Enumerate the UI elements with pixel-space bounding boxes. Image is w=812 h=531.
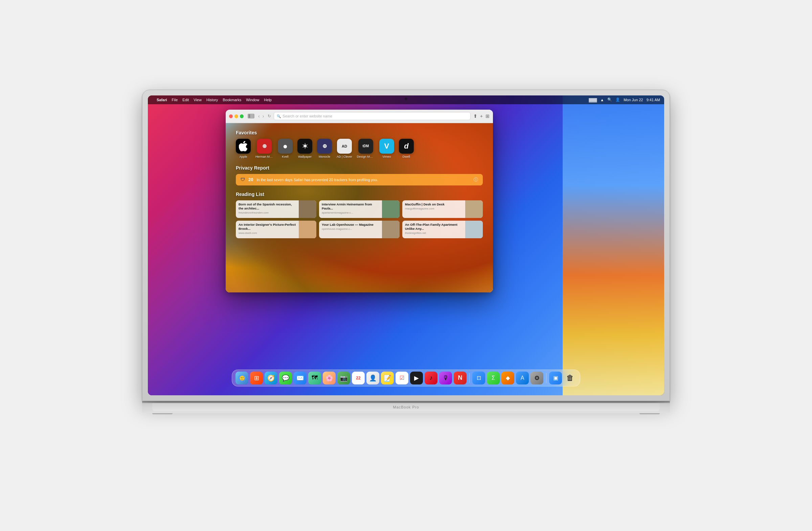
reading-card-url-4: openhouse-magazine.c... bbox=[322, 227, 379, 230]
clock: 9:41 AM bbox=[647, 98, 660, 102]
favorite-herman-miller[interactable]: ⊛ Herman Miller bbox=[256, 139, 273, 158]
reading-title: Reading List bbox=[236, 191, 483, 197]
reading-card-thumb-2 bbox=[465, 200, 483, 218]
dock-app-keynote[interactable]: ◆ bbox=[502, 372, 514, 385]
svg-rect-2 bbox=[250, 116, 253, 116]
start-page: Favorites Apple ⊛ bbox=[226, 123, 493, 292]
svg-rect-3 bbox=[250, 117, 253, 118]
menu-bookmarks[interactable]: Bookmarks bbox=[223, 98, 241, 102]
dock-app-trash[interactable]: 🗑 bbox=[564, 372, 577, 385]
dock-app-finder[interactable]: 🙂 bbox=[235, 372, 248, 385]
reading-card-thumb-3 bbox=[299, 221, 316, 238]
favorite-label-monocle: Monocle bbox=[319, 155, 330, 158]
reading-grid: Born out of the Spanish recession, the a… bbox=[236, 200, 483, 238]
reading-card-text-3: An Interior Designer's Picture-Perfect B… bbox=[236, 221, 299, 238]
dock-app-reminders[interactable]: ☑ bbox=[395, 372, 408, 385]
refresh-button[interactable]: ↻ bbox=[267, 114, 271, 118]
favorite-icon-monocle: ⊕ bbox=[317, 139, 332, 154]
favorite-vimeo[interactable]: V Vimeo bbox=[379, 139, 394, 158]
reading-card-title-3: An Interior Designer's Picture-Perfect B… bbox=[238, 223, 296, 231]
privacy-bar[interactable]: 🛡 20 In the last seven days Safari has p… bbox=[236, 174, 483, 185]
favorites-title: Favorites bbox=[236, 130, 483, 135]
favorite-label-herman-miller: Herman Miller bbox=[256, 155, 273, 158]
reading-card-4[interactable]: Your Lab Openhouse — Magazine openhouse-… bbox=[319, 221, 400, 238]
dock-app-tv[interactable]: ▶ bbox=[410, 372, 423, 385]
new-tab-button[interactable]: + bbox=[480, 113, 483, 119]
battery-icon: ▓▓▓ bbox=[589, 98, 597, 102]
screen-content: Safari File Edit View History Bookmarks … bbox=[148, 96, 664, 395]
dock-app-mail[interactable]: ✉️ bbox=[294, 372, 306, 385]
favorite-wallpaper[interactable]: ✶ Wallpaper bbox=[298, 139, 312, 158]
minimize-button[interactable] bbox=[234, 114, 238, 118]
favorite-monocle[interactable]: ⊕ Monocle bbox=[317, 139, 332, 158]
dock-app-photos[interactable]: 🌸 bbox=[323, 372, 336, 385]
dock-app-maps[interactable]: 🗺 bbox=[308, 372, 321, 385]
menu-window[interactable]: Window bbox=[246, 98, 259, 102]
dock-app-finder-window[interactable]: ▣ bbox=[549, 372, 562, 385]
dock-app-system-preferences[interactable]: ⚙ bbox=[531, 372, 543, 385]
forward-button[interactable]: › bbox=[262, 113, 265, 119]
extensions-button[interactable]: ⊞ bbox=[485, 113, 490, 119]
menu-help[interactable]: Help bbox=[264, 98, 272, 102]
favorite-ad-clever[interactable]: AD AD | Clever bbox=[337, 139, 352, 158]
reading-card-title-1: Interview Armin Heinemann from Paula... bbox=[322, 202, 379, 211]
close-button[interactable] bbox=[229, 114, 233, 118]
address-text: Search or enter website name bbox=[282, 114, 467, 118]
reading-card-text-5: An Off-The-Plan Family Apartment Unlike … bbox=[402, 221, 465, 238]
date-time: Mon Jun 22 bbox=[624, 98, 643, 102]
app-name-menu[interactable]: Safari bbox=[157, 98, 167, 102]
reading-card-5[interactable]: An Off-The-Plan Family Apartment Unlike … bbox=[402, 221, 483, 238]
menu-bar-left: Safari File Edit View History Bookmarks … bbox=[152, 98, 272, 102]
reading-card-title-4: Your Lab Openhouse — Magazine bbox=[322, 223, 379, 227]
reading-card-0[interactable]: Born out of the Spanish recession, the a… bbox=[236, 200, 316, 218]
reading-card-title-2: MacGuffin | Desk on Desk bbox=[405, 202, 463, 206]
dock-app-calendar[interactable]: 22 bbox=[352, 372, 365, 385]
share-button[interactable]: ⬆ bbox=[473, 113, 477, 119]
reading-card-3[interactable]: An Interior Designer's Picture-Perfect B… bbox=[236, 221, 316, 238]
favorite-label-wallpaper: Wallpaper bbox=[298, 155, 311, 158]
favorites-grid: Apple ⊛ Herman Miller ● bbox=[236, 139, 483, 158]
reading-card-2[interactable]: MacGuffin | Desk on Desk macguffinmagazi… bbox=[402, 200, 483, 218]
safari-content: Favorites Apple ⊛ bbox=[226, 123, 493, 292]
back-button[interactable]: ‹ bbox=[257, 113, 261, 119]
dock-separator-2 bbox=[546, 373, 547, 383]
menu-history[interactable]: History bbox=[206, 98, 218, 102]
dock-app-appstore[interactable]: A bbox=[516, 372, 529, 385]
safari-window: ‹ › ↻ 🔍 Search or enter website name ⬆ +… bbox=[226, 110, 493, 292]
svg-rect-1 bbox=[250, 114, 253, 115]
reading-card-url-5: thedesignfiles.net bbox=[405, 231, 463, 234]
privacy-title: Privacy Report bbox=[236, 165, 483, 171]
dock-app-podcasts[interactable]: 🎙 bbox=[439, 372, 452, 385]
menu-file[interactable]: File bbox=[172, 98, 178, 102]
fullscreen-button[interactable] bbox=[240, 114, 244, 118]
favorite-design-museum[interactable]: tDM Design Museum bbox=[357, 139, 375, 158]
dock-app-music[interactable]: ♪ bbox=[425, 372, 437, 385]
menu-edit[interactable]: Edit bbox=[183, 98, 189, 102]
dock-app-news[interactable]: N bbox=[454, 372, 467, 385]
wifi-icon: ▲ bbox=[600, 98, 604, 102]
privacy-section: Privacy Report 🛡 20 In the last seven da… bbox=[236, 165, 483, 185]
dock-app-contacts[interactable]: 👤 bbox=[366, 372, 379, 385]
traffic-lights bbox=[229, 114, 244, 118]
dock-app-notes[interactable]: 📝 bbox=[381, 372, 394, 385]
favorite-icon-apple bbox=[236, 139, 251, 154]
dock-app-launchpad[interactable]: ⊞ bbox=[250, 372, 263, 385]
privacy-description: In the last seven days Safari has preven… bbox=[257, 178, 470, 182]
favorite-kvell[interactable]: ● Kvell bbox=[278, 139, 293, 158]
favorite-apple[interactable]: Apple bbox=[236, 139, 251, 158]
reading-card-1[interactable]: Interview Armin Heinemann from Paula... … bbox=[319, 200, 400, 218]
favorite-label-kvell: Kvell bbox=[282, 155, 289, 158]
dock-separator bbox=[469, 373, 469, 383]
privacy-info-icon: ⓘ bbox=[474, 177, 478, 183]
sidebar-toggle-button[interactable] bbox=[248, 114, 255, 118]
dock-app-safari[interactable]: 🧭 bbox=[264, 372, 277, 385]
privacy-count: 20 bbox=[248, 177, 253, 182]
menu-view[interactable]: View bbox=[193, 98, 202, 102]
address-bar[interactable]: 🔍 Search or enter website name bbox=[274, 112, 470, 120]
dock-app-sidecar[interactable]: ⊡ bbox=[472, 372, 485, 385]
dock-app-numbers[interactable]: Σ bbox=[487, 372, 500, 385]
dock-app-facetime[interactable]: 📷 bbox=[337, 372, 350, 385]
search-menu-icon[interactable]: 🔍 bbox=[607, 98, 612, 102]
favorite-dwell[interactable]: d Dwell bbox=[399, 139, 414, 158]
dock-app-messages[interactable]: 💬 bbox=[279, 372, 292, 385]
